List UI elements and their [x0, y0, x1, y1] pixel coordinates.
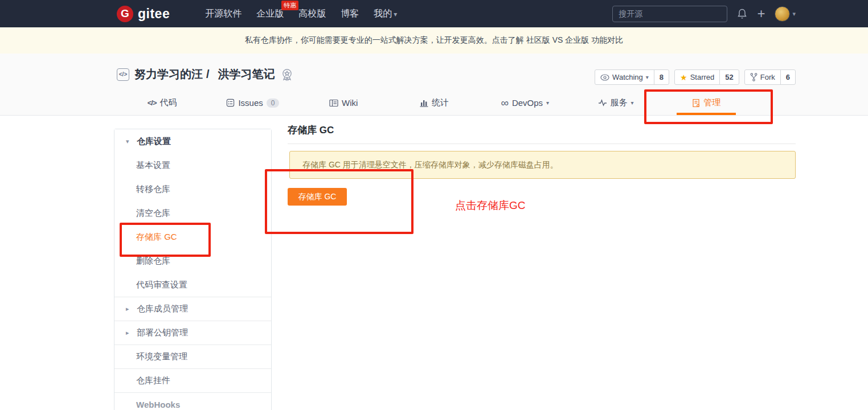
nav-item-education[interactable]: 高校版: [298, 8, 326, 20]
watching-button[interactable]: Watching ▾ 8: [595, 69, 669, 85]
issues-icon: [226, 99, 235, 107]
repo-gc-button[interactable]: 存储库 GC: [288, 188, 347, 206]
sidebar-item-repo-gc[interactable]: 存储库 GC: [114, 225, 271, 249]
tab-stats[interactable]: 统计: [389, 91, 480, 115]
watching-label: Watching: [612, 73, 643, 81]
main-panel: 存储库 GC 存储库 GC 用于清理悬空文件，压缩存储库对象，减少存储库磁盘占用…: [288, 124, 796, 206]
chevron-down-icon: ▾: [631, 100, 634, 106]
annotation-click-hint: 点击存储库GC: [455, 198, 526, 213]
promo-banner-text: 私有仓库协作，你可能需要更专业的一站式解决方案，让开发更高效。点击了解: [245, 35, 524, 46]
gitee-logo-text: gitee: [138, 6, 170, 22]
fork-icon: [750, 73, 758, 81]
navbar-right: + ▾: [612, 0, 796, 27]
top-navbar: G gitee 开源软件 企业版 特惠 高校版 博客 我的▾: [0, 0, 868, 27]
sidebar-item-env-vars[interactable]: 环境变量管理: [114, 345, 271, 368]
promo-banner-link[interactable]: 社区版 VS 企业版 功能对比: [526, 35, 623, 46]
tab-wiki[interactable]: Wiki: [298, 91, 389, 115]
fork-count[interactable]: 6: [781, 70, 795, 84]
manage-doc-icon: [692, 99, 700, 108]
sidebar-item-clear-repo[interactable]: 清空仓库: [114, 201, 271, 225]
page: G gitee 开源软件 企业版 特惠 高校版 博客 我的▾: [0, 0, 868, 410]
chevron-right-icon: ▸: [126, 305, 132, 313]
stats-chart-icon: [420, 99, 428, 107]
sidebar-item-code-review-settings[interactable]: 代码审查设置: [114, 273, 271, 297]
gc-info-text: 存储库 GC 用于清理悬空文件，压缩存储库对象，减少存储库磁盘占用。: [302, 160, 558, 170]
repo-title-row: </> 努力学习的汪 / 洪学习笔记: [117, 67, 293, 82]
settings-sidebar: ▾ 仓库设置 基本设置 转移仓库 清空仓库 存储库 GC 删除仓库 代码审查设置: [114, 129, 272, 410]
nav-item-blog[interactable]: 博客: [341, 8, 359, 20]
eye-icon: [600, 74, 609, 81]
repo-name[interactable]: 洪学习笔记: [218, 67, 275, 82]
repo-medal-icon[interactable]: [281, 68, 293, 81]
chevron-right-icon: ▸: [126, 329, 132, 337]
tab-devops[interactable]: ∞ DevOps ▾: [480, 91, 570, 115]
pulse-icon: [598, 99, 607, 106]
page-title: 存储库 GC: [288, 124, 796, 137]
tab-manage[interactable]: 管理: [661, 91, 752, 115]
nav-links: 开源软件 企业版 特惠 高校版 博客 我的▾: [205, 8, 397, 20]
nav-item-mine[interactable]: 我的▾: [374, 8, 397, 20]
nav-item-opensource[interactable]: 开源软件: [205, 8, 241, 20]
promo-badge: 特惠: [281, 1, 298, 10]
avatar: [775, 6, 790, 22]
sidebar-group-deploy-keys[interactable]: ▸ 部署公钥管理: [114, 321, 271, 345]
gitee-logo-icon: G: [117, 6, 133, 22]
tab-code[interactable]: </> 代码: [117, 91, 207, 115]
starred-button[interactable]: ★ Starred 52: [674, 69, 739, 85]
sidebar-item-webhooks[interactable]: WebHooks: [114, 392, 271, 410]
create-new-plus-icon[interactable]: +: [757, 7, 765, 20]
chevron-down-icon: ▾: [394, 10, 397, 18]
issues-count-badge: 0: [267, 99, 280, 108]
repo-code-icon: </>: [117, 68, 129, 81]
starred-count[interactable]: 52: [720, 70, 738, 84]
title-divider: [288, 144, 796, 144]
notification-bell-icon[interactable]: [737, 8, 747, 19]
wiki-icon: [329, 99, 338, 107]
tab-issues[interactable]: Issues 0: [207, 91, 298, 115]
sidebar-group-repo-settings[interactable]: ▾ 仓库设置: [114, 129, 271, 153]
repo-owner[interactable]: 努力学习的汪: [134, 67, 203, 82]
gc-info-box: 存储库 GC 用于清理悬空文件，压缩存储库对象，减少存储库磁盘占用。: [289, 151, 796, 179]
sidebar-item-delete-repo[interactable]: 删除仓库: [114, 249, 271, 273]
starred-label: Starred: [690, 73, 715, 81]
gitee-logo[interactable]: G gitee: [117, 6, 170, 22]
fork-label: Fork: [760, 73, 775, 81]
chevron-down-icon: ▾: [646, 74, 649, 80]
fork-button[interactable]: Fork 6: [744, 69, 796, 85]
infinity-icon: ∞: [501, 97, 509, 108]
nav-item-enterprise[interactable]: 企业版 特惠: [256, 8, 284, 20]
code-icon: </>: [148, 99, 157, 107]
sidebar-item-basic-settings[interactable]: 基本设置: [114, 153, 271, 177]
repo-header: </> 努力学习的汪 / 洪学习笔记 Watching: [0, 54, 868, 116]
user-menu[interactable]: ▾: [775, 6, 796, 22]
tab-services[interactable]: 服务 ▾: [570, 91, 661, 115]
sidebar-group-members[interactable]: ▸ 仓库成员管理: [114, 297, 271, 321]
chevron-down-icon: ▾: [546, 100, 549, 106]
repo-actions: Watching ▾ 8 ★ Starred 52 Fork: [595, 69, 796, 85]
sidebar-item-transfer-repo[interactable]: 转移仓库: [114, 177, 271, 201]
chevron-down-icon: ▾: [792, 10, 796, 18]
promo-banner: 私有仓库协作，你可能需要更专业的一站式解决方案，让开发更高效。点击了解 社区版 …: [0, 27, 868, 54]
chevron-down-icon: ▾: [126, 138, 132, 145]
repo-separator: /: [206, 68, 210, 81]
search-input[interactable]: [612, 6, 727, 22]
star-icon: ★: [680, 73, 687, 82]
sidebar-item-repo-widgets[interactable]: 仓库挂件: [114, 368, 271, 392]
content-area: ▾ 仓库设置 基本设置 转移仓库 清空仓库 存储库 GC 删除仓库 代码审查设置: [0, 116, 868, 410]
repo-tabs: </> 代码 Issues 0: [117, 91, 752, 115]
watching-count[interactable]: 8: [654, 70, 669, 84]
